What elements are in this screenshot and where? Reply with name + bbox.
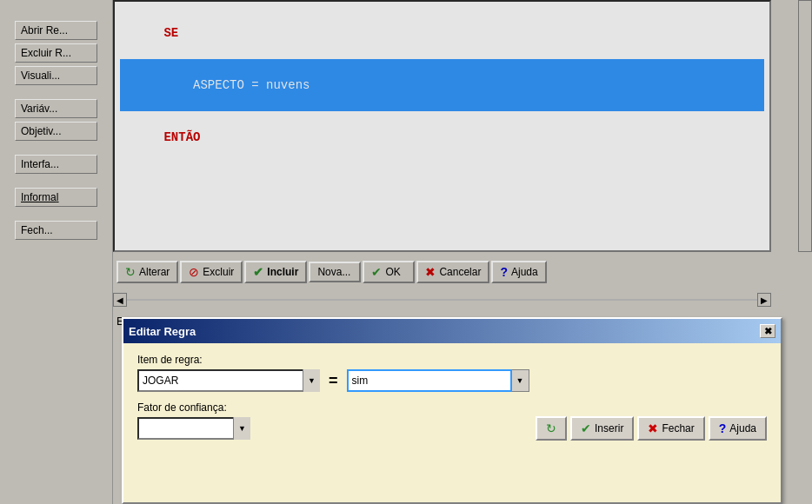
fator-group: Fator de confiança: ▼ — [137, 401, 250, 440]
item-regra-label: Item de regra: — [137, 354, 767, 366]
dialog-fechar-button[interactable]: ✖ Fechar — [637, 416, 704, 441]
dialog-main-row: JOGAR ▼ = ▼ — [137, 369, 767, 392]
ajuda-dialog-label: Ajuda — [729, 422, 756, 434]
item-select[interactable]: JOGAR — [137, 369, 320, 392]
dialog-close-button[interactable]: ✖ — [760, 324, 775, 338]
dialog-title: Editar Regra — [129, 325, 196, 338]
value-input[interactable] — [347, 369, 512, 392]
q-icon-dialog: ? — [719, 421, 727, 435]
value-input-dropdown[interactable]: ▼ — [512, 369, 529, 392]
dialog-inserir-button[interactable]: ✔ Inserir — [570, 416, 634, 441]
fator-label: Fator de confiança: — [137, 401, 250, 414]
editar-regra-dialog: Editar Regra ✖ Item de regra: JOGAR ▼ = … — [122, 317, 782, 504]
fator-select[interactable] — [137, 417, 250, 440]
x-icon-fechar: ✖ — [648, 421, 658, 435]
close-icon: ✖ — [764, 326, 772, 337]
item-select-wrapper: JOGAR ▼ — [137, 369, 320, 392]
dialog-ajuda-button[interactable]: ? Ajuda — [709, 416, 767, 441]
refresh-icon-dialog: ↻ — [546, 421, 556, 435]
dialog-content: Item de regra: JOGAR ▼ = ▼ Fator de conf… — [123, 343, 781, 451]
fator-row: Fator de confiança: ▼ ↻ ✔ — [137, 401, 767, 441]
fechar-label: Fechar — [662, 422, 694, 434]
dialog-refresh-button[interactable]: ↻ — [536, 416, 567, 441]
equals-sign: = — [329, 372, 338, 390]
dialog-buttons: ↻ ✔ Inserir ✖ Fechar ? Ajuda — [536, 416, 767, 441]
inserir-label: Inserir — [595, 422, 623, 434]
check-icon-inserir: ✔ — [581, 421, 591, 435]
value-input-wrapper: ▼ — [347, 369, 529, 392]
fator-select-wrapper: ▼ — [137, 417, 250, 440]
dialog-titlebar: Editar Regra ✖ — [123, 319, 781, 343]
